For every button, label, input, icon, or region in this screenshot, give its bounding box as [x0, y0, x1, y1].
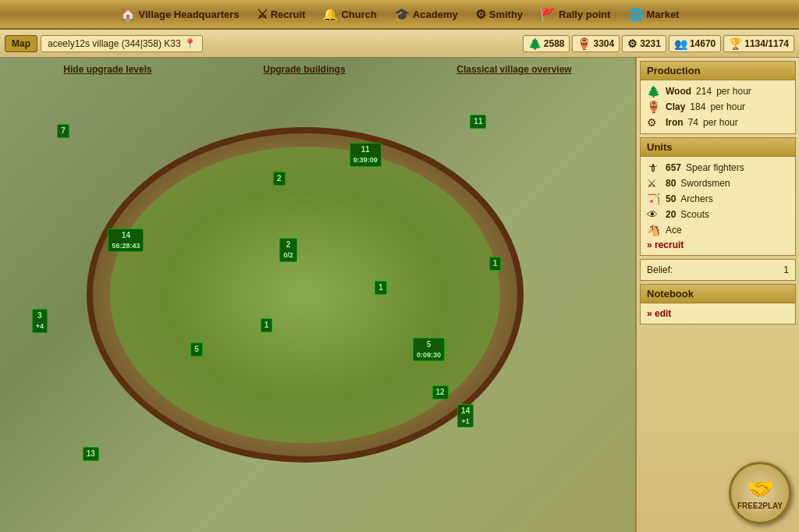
prod-value-iron: 74 — [688, 117, 698, 128]
resource-iron: ⚙3231 — [622, 35, 666, 52]
coord-icon: 📍 — [184, 38, 196, 49]
res-icon-clay: 🏺 — [577, 37, 591, 50]
nav-icon-recruit: ⚔ — [257, 7, 268, 22]
nav-item-smithy[interactable]: ⚙Smithy — [467, 4, 531, 25]
res-value-merit: 1134/1174 — [744, 38, 789, 49]
resource-merit: 🏆1134/1174 — [723, 35, 794, 52]
unit-icon-archer: 🏹 — [647, 193, 661, 205]
building-badge-9[interactable]: 1 — [375, 281, 387, 295]
resource-pop: 👥14670 — [669, 35, 721, 52]
building-badge-3[interactable]: 11 — [470, 115, 486, 129]
prod-unit-wood: per hour — [716, 86, 751, 97]
production-body: 🌲 Wood 214 per hour 🏺 Clay 184 per hour … — [641, 80, 795, 133]
notebook-edit-link[interactable]: » edit — [647, 307, 789, 321]
village-controls: Hide upgrade levels Upgrade buildings Cl… — [0, 64, 635, 75]
building-badge-11[interactable]: 50:09:30 — [413, 338, 445, 362]
building-badge-8[interactable]: 1 — [261, 318, 273, 332]
res-icon-pop: 👥 — [674, 37, 687, 50]
production-row-clay: 🏺 Clay 184 per hour — [647, 99, 789, 115]
nav-item-rally-point[interactable]: 🚩Rally point — [532, 4, 618, 25]
building-badge-12[interactable]: 13 — [83, 447, 99, 461]
nav-item-church[interactable]: 🔔Church — [314, 4, 385, 25]
free2play-label: FREE2PLAY — [737, 502, 783, 511]
nav-item-academy[interactable]: 🎓Academy — [386, 4, 466, 25]
nav-label-village-hq: Village Headquarters — [139, 9, 240, 20]
building-badge-7[interactable]: 3+4 — [32, 309, 48, 333]
village-name: aceely12s village (344|358) K33 — [48, 38, 181, 49]
res-icon-iron: ⚙ — [627, 37, 637, 50]
nav-icon-smithy: ⚙ — [475, 7, 486, 22]
prod-icon-clay: 🏺 — [647, 101, 661, 113]
res-value-wood: 2588 — [544, 38, 565, 49]
resources-group: 🌲2588🏺3304⚙3231👥14670🏆1134/1174 — [523, 35, 794, 52]
nav-item-village-hq[interactable]: 🏠Village Headquarters — [112, 4, 247, 25]
unit-row-spear: 🗡 657 Spear fighters — [647, 160, 789, 176]
building-badge-6[interactable]: 1 — [489, 257, 502, 271]
building-badge-14[interactable]: 12 — [432, 385, 449, 399]
unit-row-ace: 🐴 Ace — [647, 222, 789, 238]
village-info: aceely12s village (344|358) K33 📍 — [41, 35, 203, 52]
info-bar: Map aceely12s village (344|358) K33 📍 🌲2… — [0, 30, 799, 58]
prod-icon-iron: ⚙ — [647, 116, 661, 129]
building-badge-1[interactable]: 2 — [273, 172, 286, 186]
units-body: 🗡 657 Spear fighters ⚔ 80 Swordsmen 🏹 50… — [641, 157, 795, 255]
prod-icon-wood: 🌲 — [647, 85, 661, 98]
unit-name-spear: Spear fighters — [686, 162, 744, 173]
unit-name-scout: Scouts — [680, 209, 709, 220]
free2play-hand-icon: 🤝 — [747, 476, 774, 502]
nav-label-church: Church — [341, 9, 377, 20]
unit-row-archer: 🏹 50 Archers — [647, 191, 789, 207]
belief-row: Belief: 1 — [647, 263, 789, 277]
upgrade-buildings-button[interactable]: Upgrade buildings — [263, 64, 345, 75]
production-section: Production 🌲 Wood 214 per hour 🏺 Clay 18… — [640, 61, 796, 134]
prod-name-clay: Clay — [666, 101, 685, 112]
production-row-wood: 🌲 Wood 214 per hour — [647, 83, 789, 99]
building-badge-10[interactable]: 5 — [190, 342, 203, 356]
village-area: Hide upgrade levels Upgrade buildings Cl… — [0, 58, 635, 532]
unit-name-sword: Swordsmen — [680, 178, 730, 189]
nav-label-rally-point: Rally point — [559, 9, 610, 20]
res-value-clay: 3304 — [593, 38, 614, 49]
notebook-section: Notebook » edit — [640, 284, 796, 325]
res-icon-merit: 🏆 — [729, 37, 742, 50]
recruit-link[interactable]: » recruit — [647, 238, 789, 252]
nav-icon-market: 🌐 — [628, 7, 644, 22]
main-content: Hide upgrade levels Upgrade buildings Cl… — [0, 58, 799, 532]
right-panel: Production 🌲 Wood 214 per hour 🏺 Clay 18… — [635, 58, 799, 532]
nav-label-smithy: Smithy — [489, 9, 523, 20]
unit-name-archer: Archers — [680, 193, 712, 204]
building-badge-0[interactable]: 7 — [57, 124, 69, 138]
nav-label-market: Market — [647, 9, 680, 20]
prod-value-clay: 184 — [690, 101, 705, 112]
res-value-pop: 14670 — [690, 38, 716, 49]
production-row-iron: ⚙ Iron 74 per hour — [647, 115, 789, 130]
prod-unit-clay: per hour — [710, 101, 745, 112]
unit-count-sword: 80 — [666, 178, 676, 189]
prod-name-wood: Wood — [666, 86, 691, 97]
building-badge-13[interactable]: 14+1 — [457, 404, 474, 428]
nav-item-recruit[interactable]: ⚔Recruit — [249, 4, 314, 25]
unit-count-scout: 20 — [666, 209, 676, 220]
unit-icon-scout: 👁 — [647, 208, 661, 221]
belief-label: Belief: — [647, 264, 673, 275]
nav-label-recruit: Recruit — [271, 9, 306, 20]
nav-icon-church: 🔔 — [322, 7, 338, 22]
building-badge-4[interactable]: 1456:28:43 — [108, 229, 144, 253]
units-header: Units — [641, 138, 795, 157]
nav-icon-village-hq: 🏠 — [120, 7, 136, 22]
building-badge-5[interactable]: 20/2 — [279, 238, 297, 262]
resource-wood: 🌲2588 — [523, 35, 570, 52]
building-badge-2[interactable]: 119:39:09 — [350, 143, 382, 167]
notebook-header: Notebook — [641, 285, 795, 303]
resource-clay: 🏺3304 — [572, 35, 620, 52]
belief-body: Belief: 1 — [641, 260, 795, 280]
unit-count-archer: 50 — [666, 193, 676, 204]
hide-upgrade-button[interactable]: Hide upgrade levels — [63, 64, 151, 75]
unit-row-sword: ⚔ 80 Swordsmen — [647, 176, 789, 191]
free2play-badge: 🤝 FREE2PLAY — [729, 462, 791, 524]
map-button[interactable]: Map — [5, 35, 37, 52]
nav-item-market[interactable]: 🌐Market — [620, 4, 687, 25]
classical-overview-button[interactable]: Classical village overview — [456, 64, 571, 75]
prod-value-wood: 214 — [696, 86, 712, 97]
nav-label-academy: Academy — [413, 9, 458, 20]
